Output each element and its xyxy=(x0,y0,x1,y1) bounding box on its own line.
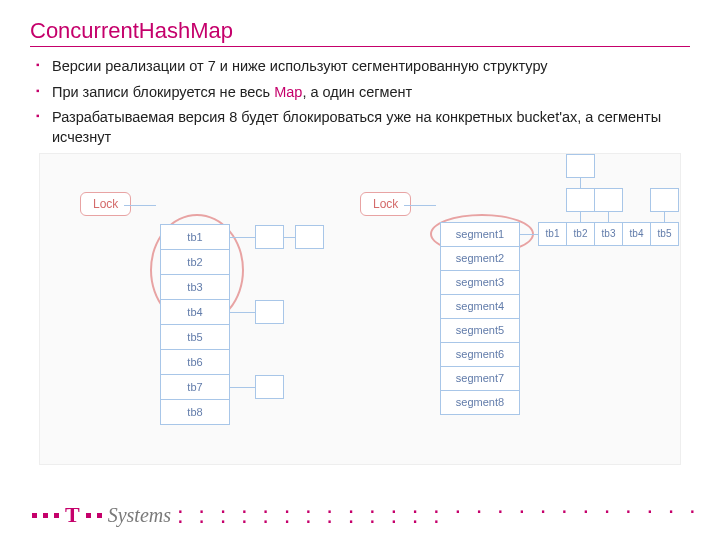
footer: T Systems · · · · · · · · · · · · · · · … xyxy=(30,502,720,528)
left-bucket-stack: tb1 tb2 tb3 tb4 tb5 tb6 tb7 tb8 xyxy=(160,224,230,424)
bucket-cell: tb4 xyxy=(160,299,230,325)
segment-cell: segment6 xyxy=(440,342,520,367)
connector xyxy=(284,237,295,238)
logo-dot xyxy=(43,513,48,518)
logo-dot xyxy=(32,513,37,518)
tb-cell: tb5 xyxy=(650,222,679,246)
chain-node xyxy=(594,188,623,212)
slide-title: ConcurrentHashMap xyxy=(30,18,690,47)
diagram: Lock tb1 tb2 tb3 tb4 tb5 tb6 tb7 tb8 Loc… xyxy=(39,153,681,465)
connector xyxy=(580,212,581,222)
logo-dot xyxy=(86,513,91,518)
bullet-3: Разрабатываемая версия 8 будет блокирова… xyxy=(36,108,690,147)
connector xyxy=(230,387,255,388)
chain-node xyxy=(566,154,595,178)
chain-node xyxy=(650,188,679,212)
bullet-2-highlight: Map xyxy=(274,84,302,100)
segment-cell: segment1 xyxy=(440,222,520,247)
t-systems-logo: T Systems xyxy=(30,502,171,528)
segment-cell: segment4 xyxy=(440,294,520,319)
bullet-2: При записи блокируется не весь Map, а од… xyxy=(36,83,690,103)
chain-node xyxy=(255,300,284,324)
bullet-1: Версии реализации от 7 и ниже используют… xyxy=(36,57,690,77)
bucket-cell: tb5 xyxy=(160,324,230,350)
connector xyxy=(230,237,255,238)
bucket-cell: tb6 xyxy=(160,349,230,375)
bucket-cell: tb2 xyxy=(160,249,230,275)
segment-cell: segment5 xyxy=(440,318,520,343)
connector xyxy=(230,312,255,313)
connector xyxy=(124,205,156,206)
lock-label-left: Lock xyxy=(80,192,131,216)
footer-dots: · · · · · · · · · · · · · · · · · · · · … xyxy=(177,505,720,525)
connector xyxy=(608,212,609,222)
tb-cell: tb3 xyxy=(594,222,623,246)
connector xyxy=(520,234,538,235)
bucket-cell: tb8 xyxy=(160,399,230,425)
bucket-cell: tb1 xyxy=(160,224,230,250)
bullet-list: Версии реализации от 7 и ниже используют… xyxy=(30,57,690,147)
tb-cell: tb1 xyxy=(538,222,567,246)
logo-dot xyxy=(97,513,102,518)
bullet-2-text-a: При записи блокируется не весь xyxy=(52,84,274,100)
logo-systems: Systems xyxy=(108,504,171,527)
segment-cell: segment3 xyxy=(440,270,520,295)
segment-cell: segment8 xyxy=(440,390,520,415)
segment-cell: segment7 xyxy=(440,366,520,391)
tb-cell: tb4 xyxy=(622,222,651,246)
bullet-2-text-b: , а один сегмент xyxy=(302,84,412,100)
bucket-cell: tb7 xyxy=(160,374,230,400)
logo-t: T xyxy=(65,502,80,528)
chain-node xyxy=(255,225,284,249)
chain-node xyxy=(566,188,595,212)
chain-node xyxy=(295,225,324,249)
chain-node xyxy=(255,375,284,399)
tb-cell: tb2 xyxy=(566,222,595,246)
bucket-cell: tb3 xyxy=(160,274,230,300)
logo-dot xyxy=(54,513,59,518)
lock-label-right: Lock xyxy=(360,192,411,216)
connector xyxy=(664,212,665,222)
connector xyxy=(580,178,581,188)
segment-cell: segment2 xyxy=(440,246,520,271)
connector xyxy=(404,205,436,206)
segment-stack: segment1 segment2 segment3 segment4 segm… xyxy=(440,222,520,414)
